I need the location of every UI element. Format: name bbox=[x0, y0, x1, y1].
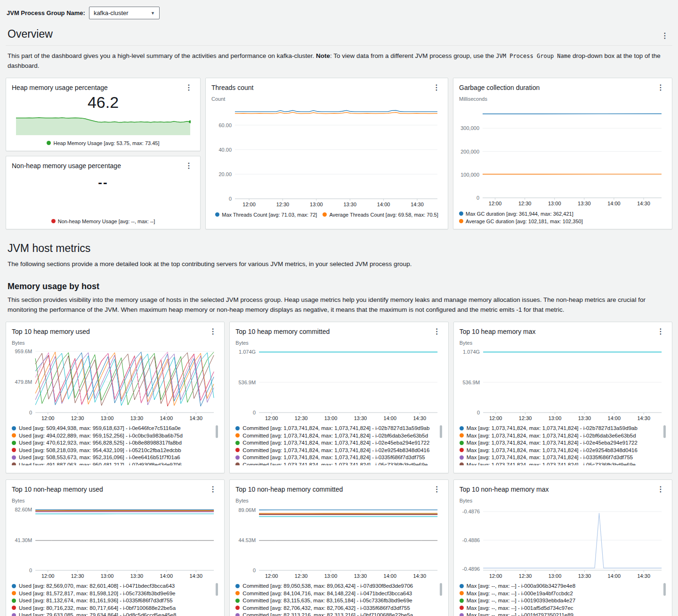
legend-scrollbar[interactable] bbox=[663, 425, 666, 438]
widget-menu-button[interactable]: ⋮ bbox=[207, 327, 218, 336]
nonheap-committed-chart[interactable]: 89.06M44.53M012:0012:3013:0013:3014:0014… bbox=[235, 504, 442, 580]
widget-menu-button[interactable]: ⋮ bbox=[431, 83, 442, 92]
legend-label: Max [avg: 1,073,741,824, max: 1,073,741,… bbox=[467, 425, 638, 431]
legend-color-dot bbox=[235, 455, 240, 460]
overview-description: This part of the dashboard gives you a h… bbox=[6, 51, 672, 71]
widget-menu-button[interactable]: ⋮ bbox=[655, 485, 666, 494]
svg-text:14:30: 14:30 bbox=[189, 573, 202, 579]
widget-title: Top 10 heap memory max bbox=[460, 327, 536, 336]
legend-item[interactable]: Used [avg: 491,887,063, max: 950,481,217… bbox=[12, 461, 218, 465]
legend-item[interactable]: Used [avg: 81,572,817, max: 81,598,120] … bbox=[12, 590, 218, 597]
svg-text:1.074G: 1.074G bbox=[463, 349, 480, 355]
legend-label: Committed [avg: 82,706,432, max: 82,706,… bbox=[242, 605, 410, 611]
legend-item[interactable]: Max [avg: --, max: --] - i-000e19a4bf7cc… bbox=[460, 590, 666, 597]
legend-label: Max [avg: 1,073,741,824, max: 1,073,741,… bbox=[467, 433, 636, 438]
legend-item[interactable]: Committed [avg: 83,115,635, max: 83,165,… bbox=[235, 597, 442, 605]
legend-item[interactable]: Committed [avg: 1,073,741,824, max: 1,07… bbox=[235, 439, 442, 447]
legend-item[interactable]: Max [avg: 1,073,741,824, max: 1,073,741,… bbox=[460, 454, 666, 462]
legend-color-dot bbox=[12, 462, 16, 465]
legend-item[interactable]: Average Threads Count [avg: 69.58, max: … bbox=[323, 212, 438, 218]
legend-item[interactable]: Max [avg: --, max: --] - i-000a906b34279… bbox=[460, 583, 666, 590]
widget-menu-button[interactable]: ⋮ bbox=[431, 485, 443, 494]
widget-title: Garbage collection duration bbox=[459, 83, 540, 92]
widget-header: Top 10 heap memory max ⋮ bbox=[460, 327, 666, 336]
legend-item[interactable]: Non-heap Memory Usage [avg: --, max: --] bbox=[51, 219, 155, 224]
legend-label: Committed [avg: 1,073,741,824, max: 1,07… bbox=[242, 433, 428, 438]
svg-text:13:00: 13:00 bbox=[101, 415, 114, 421]
nonheap-top10-row: Top 10 non-heap memory used ⋮ Bytes 82.6… bbox=[6, 479, 672, 616]
legend-scrollbar[interactable] bbox=[440, 425, 442, 438]
widget-menu-button[interactable]: ⋮ bbox=[207, 485, 218, 494]
legend-item[interactable]: Heap Memory Usage [avg: 53.75, max: 73.4… bbox=[47, 140, 159, 146]
legend-item[interactable]: Used [avg: 470,612,923, max: 956,828,525… bbox=[12, 439, 218, 447]
legend-item[interactable]: Max [avg: --, max: --] - i-001af5d5d734c… bbox=[460, 604, 666, 612]
svg-text:14:00: 14:00 bbox=[384, 573, 397, 579]
widget-menu-button[interactable]: ⋮ bbox=[431, 327, 443, 336]
legend-item[interactable]: Used [avg: 494,022,889, max: 959,152,256… bbox=[12, 432, 218, 439]
legend-color-dot bbox=[235, 433, 240, 438]
svg-text:89.06M: 89.06M bbox=[239, 507, 256, 512]
heap-top10-row: Top 10 heap memory used ⋮ Bytes 959.6M47… bbox=[6, 322, 672, 473]
legend-color-dot bbox=[12, 613, 16, 616]
nonheap-max-chart[interactable]: -0.4876-0.4886-0.489612:0012:3013:0013:3… bbox=[460, 504, 666, 580]
legend-label: Used [avg: 81,132,674, max: 81,161,936] … bbox=[19, 598, 173, 603]
legend-item[interactable]: Used [avg: 508,553,673, max: 952,316,096… bbox=[12, 454, 218, 462]
svg-text:40.00: 40.00 bbox=[218, 147, 232, 153]
widget-menu-button[interactable]: ⋮ bbox=[655, 83, 666, 92]
y-axis-unit-label: Bytes bbox=[235, 340, 442, 346]
heap-used-chart[interactable]: 959.6M479.8M012:0012:3013:0013:3014:0014… bbox=[12, 347, 218, 422]
svg-text:14:00: 14:00 bbox=[607, 415, 621, 421]
legend-scrollbar[interactable] bbox=[440, 583, 442, 596]
process-group-dropdown[interactable]: kafka-cluster ▼ bbox=[89, 7, 160, 19]
widget-menu-button[interactable]: ⋮ bbox=[655, 327, 666, 336]
legend-item[interactable]: Used [avg: 79,633,085, max: 79,634,864] … bbox=[12, 612, 218, 616]
heap-max-chart[interactable]: 1.074G536.9M012:0012:3013:0013:3014:0014… bbox=[460, 347, 666, 422]
legend-item[interactable]: Committed [avg: 1,073,741,824, max: 1,07… bbox=[235, 425, 442, 432]
overview-menu-button[interactable]: ⋮ bbox=[659, 31, 670, 41]
legend-item[interactable]: Committed [avg: 89,050,538, max: 89,063,… bbox=[235, 583, 442, 590]
legend-item[interactable]: Average GC duration [avg: 102,181, max: … bbox=[459, 219, 583, 224]
legend-item[interactable]: Max [avg: 1,073,741,824, max: 1,073,741,… bbox=[460, 446, 666, 454]
legend-label: Used [avg: 79,633,085, max: 79,634,864] … bbox=[19, 612, 176, 616]
legend-item[interactable]: Committed [avg: 1,073,741,824, max: 1,07… bbox=[235, 432, 442, 439]
legend-item[interactable]: Committed [avg: 1,073,741,824, max: 1,07… bbox=[235, 446, 442, 454]
legend-item[interactable]: Max [avg: --, max: --] - i-00190393ebbda… bbox=[460, 597, 666, 605]
legend-rows: Max [avg: --, max: --] - i-000a906b34279… bbox=[460, 583, 666, 616]
legend-scrollbar[interactable] bbox=[663, 583, 666, 596]
legend-item[interactable]: Used [avg: 509,494,938, max: 959,618,637… bbox=[12, 425, 218, 432]
threads-count-chart[interactable]: 60.0040.0020.00012:0012:3013:0013:3014:0… bbox=[211, 103, 442, 208]
legend-scrollbar[interactable] bbox=[216, 425, 218, 438]
legend-item[interactable]: Max [avg: --, max: --] - i-001fd79735021… bbox=[460, 612, 666, 616]
legend-item[interactable]: Max [avg: 1,073,741,824, max: 1,073,741,… bbox=[460, 432, 666, 439]
widget-menu-button[interactable]: ⋮ bbox=[183, 83, 194, 92]
legend-item[interactable]: Max Threads Count [avg: 71.03, max: 72] bbox=[215, 212, 317, 218]
legend-item[interactable]: Max GC duration [avg: 361,944, max: 362,… bbox=[459, 211, 573, 217]
legend-color-dot bbox=[235, 448, 240, 452]
legend: Max GC duration [avg: 361,944, max: 362,… bbox=[459, 211, 666, 224]
legend-item[interactable]: Committed [avg: 82,706,432, max: 82,706,… bbox=[235, 604, 442, 612]
gc-duration-chart[interactable]: 300,000200,000100,000012:0012:3013:0013:… bbox=[459, 103, 666, 207]
legend-scrollbar[interactable] bbox=[216, 583, 218, 596]
svg-text:12:30: 12:30 bbox=[518, 415, 532, 421]
legend-item[interactable]: Used [avg: 508,218,039, max: 954,432,109… bbox=[12, 446, 218, 454]
nonheap-used-chart[interactable]: 82.60M41.30M012:0012:3013:0013:3014:0014… bbox=[12, 504, 218, 580]
legend-item[interactable]: Used [avg: 82,569,070, max: 82,601,408] … bbox=[12, 583, 218, 590]
legend-item[interactable]: Committed [avg: 1,073,741,824, max: 1,07… bbox=[235, 454, 442, 462]
legend-item[interactable]: Max [avg: 1,073,741,824, max: 1,073,741,… bbox=[460, 425, 666, 432]
legend-label: Used [avg: 80,716,232, max: 80,717,664] … bbox=[19, 605, 176, 611]
legend-item[interactable]: Committed [avg: 1,073,741,824, max: 1,07… bbox=[235, 461, 442, 465]
widget-menu-button[interactable]: ⋮ bbox=[183, 161, 194, 170]
legend-item[interactable]: Max [avg: 1,073,741,824, max: 1,073,741,… bbox=[460, 439, 666, 447]
legend-item[interactable]: Used [avg: 80,716,232, max: 80,717,664] … bbox=[12, 604, 218, 612]
legend-label: Committed [avg: 1,073,741,824, max: 1,07… bbox=[242, 447, 429, 453]
legend-item[interactable]: Used [avg: 81,132,674, max: 81,161,936] … bbox=[12, 597, 218, 605]
svg-text:12:00: 12:00 bbox=[242, 202, 256, 207]
widget-title: Top 10 heap memory used bbox=[12, 327, 90, 336]
heap-committed-chart[interactable]: 1.074G536.9M012:0012:3013:0013:3014:0014… bbox=[235, 347, 442, 422]
heap-usage-sparkline-chart[interactable] bbox=[16, 113, 191, 137]
svg-text:13:30: 13:30 bbox=[343, 202, 356, 207]
widget-gc-duration: Garbage collection duration ⋮ Millisecon… bbox=[453, 78, 672, 229]
legend-item[interactable]: Max [avg: 1,073,741,824, max: 1,073,741,… bbox=[460, 461, 666, 465]
legend-item[interactable]: Committed [avg: 84,104,716, max: 84,148,… bbox=[235, 590, 442, 597]
legend-item[interactable]: Committed [avg: 82,313,216, max: 82,313,… bbox=[235, 612, 442, 616]
